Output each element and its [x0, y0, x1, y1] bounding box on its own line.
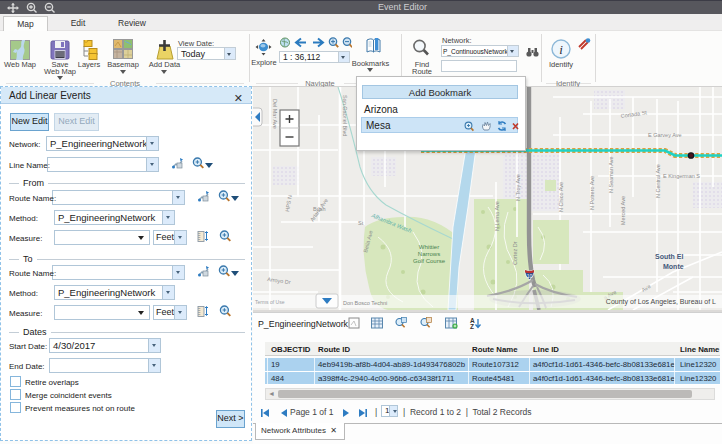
- svg-text:N Troy Ave: N Troy Ave: [515, 174, 521, 201]
- svg-text:Terms of Use: Terms of Use: [255, 299, 285, 305]
- svg-text:San Gabriel Blvd: San Gabriel Blvd: [342, 95, 348, 136]
- svg-text:County of Los Angeles, Bureau: County of Los Angeles, Bureau of L: [606, 298, 716, 306]
- svg-text:Del Mar Ave: Del Mar Ave: [272, 99, 278, 129]
- svg-text:Whittier: Whittier: [419, 244, 439, 250]
- svg-text:N Chico Ave: N Chico Ave: [558, 182, 564, 212]
- svg-text:N Central Ave: N Central Ave: [655, 164, 661, 198]
- svg-text:10: 10: [527, 273, 533, 279]
- svg-text:i: i: [559, 42, 563, 57]
- svg-text:Narrows: Narrows: [418, 251, 440, 257]
- svg-text:N Lema Ave: N Lema Ave: [494, 201, 500, 231]
- svg-text:St: St: [358, 220, 364, 226]
- svg-text:E Garvey Ave: E Garvey Ave: [648, 132, 682, 138]
- svg-text:E Kingerman S: E Kingerman S: [663, 173, 700, 179]
- svg-text:Z: Z: [470, 323, 474, 330]
- svg-text:N Seaman Ave: N Seaman Ave: [608, 156, 614, 193]
- svg-text:Cortez Dr: Cortez Dr: [512, 241, 518, 265]
- svg-text:N Potrero Ave: N Potrero Ave: [589, 176, 595, 210]
- svg-text:Merced Ave: Merced Ave: [620, 196, 626, 225]
- svg-text:Monte: Monte: [663, 263, 684, 270]
- svg-text:Don Bosco Techni: Don Bosco Techni: [343, 300, 387, 306]
- svg-text:South El: South El: [655, 253, 683, 260]
- svg-text:Golf Course: Golf Course: [413, 258, 446, 264]
- svg-text:Bush: Bush: [313, 206, 326, 212]
